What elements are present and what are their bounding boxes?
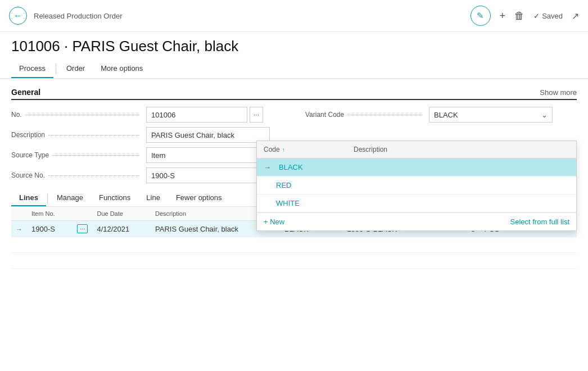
- table-row-empty-2: [11, 253, 577, 269]
- variant-code-field: BLACK ⌄: [429, 105, 577, 125]
- chevron-down-icon: ⌄: [541, 111, 548, 119]
- dropdown-col-description: Description: [354, 146, 569, 153]
- source-no-label: Source No.: [11, 165, 146, 186]
- no-more-button[interactable]: ···: [250, 107, 263, 123]
- row-menu-cell: ···: [73, 221, 92, 237]
- select-from-full-list-link[interactable]: Select from full list: [510, 218, 569, 226]
- no-input[interactable]: [146, 107, 247, 123]
- dropdown-row-white[interactable]: WHITE: [257, 194, 576, 212]
- tab-order[interactable]: Order: [58, 60, 93, 78]
- back-button[interactable]: ←: [9, 7, 27, 25]
- general-section-header: General Show more: [11, 88, 577, 100]
- add-button[interactable]: +: [500, 10, 506, 22]
- sort-asc-icon: ↑: [282, 147, 285, 153]
- top-actions: ✎ + 🗑 ✓ Saved ↗: [471, 6, 579, 26]
- no-field: ···: [146, 105, 294, 125]
- description-input[interactable]: [146, 127, 270, 143]
- check-icon: ✓: [533, 12, 540, 20]
- row-arrow-icon: →: [16, 225, 22, 233]
- variant-code-dropdown[interactable]: BLACK ⌄: [429, 107, 553, 123]
- general-section-title: General: [11, 88, 40, 97]
- tab-line[interactable]: Line: [138, 190, 168, 206]
- col-arrow: [11, 207, 27, 221]
- show-more-link[interactable]: Show more: [540, 88, 577, 97]
- new-button[interactable]: + New: [264, 218, 284, 226]
- dropdown-footer: + New Select from full list: [257, 212, 576, 230]
- row-due-date: 4/12/2021: [92, 221, 151, 237]
- open-in-new-icon[interactable]: ↗: [572, 11, 579, 21]
- variant-code-label: Variant Code: [294, 105, 429, 125]
- delete-button[interactable]: 🗑: [514, 10, 524, 22]
- tab-fewer-options[interactable]: Fewer options: [168, 190, 230, 206]
- no-label: No.: [11, 105, 146, 125]
- dropdown-header: Code ↑ Description: [257, 141, 576, 159]
- dropdown-row-red[interactable]: RED: [257, 177, 576, 194]
- top-bar: ← Released Production Order ✎ + 🗑 ✓ Save…: [0, 0, 588, 32]
- col-item-no: Item No.: [27, 207, 73, 221]
- lines-divider-1: [47, 193, 48, 203]
- tab-functions[interactable]: Functions: [91, 190, 138, 206]
- dropdown-row-code-red: RED: [264, 181, 354, 189]
- dropdown-row-code-white: WHITE: [264, 199, 354, 207]
- source-type-label: Source Type: [11, 145, 146, 165]
- main-nav-tabs: Process Order More options: [0, 55, 588, 79]
- tab-lines[interactable]: Lines: [11, 190, 46, 206]
- source-no-input[interactable]: [146, 168, 270, 183]
- tab-more-options[interactable]: More options: [93, 60, 151, 78]
- saved-label: ✓ Saved: [533, 12, 563, 20]
- row-arrow-cell: →: [11, 221, 27, 237]
- source-type-input[interactable]: [146, 147, 270, 163]
- page-title: 101006 · PARIS Guest Chair, black: [11, 38, 577, 55]
- edit-button[interactable]: ✎: [471, 6, 491, 26]
- page-title-section: 101006 · PARIS Guest Chair, black: [0, 32, 588, 55]
- nav-divider-1: [56, 64, 56, 74]
- dropdown-row-black[interactable]: → BLACK: [257, 159, 576, 177]
- dropdown-row-code-black: → BLACK: [264, 163, 354, 171]
- row-item-no: 1900-S: [27, 221, 73, 237]
- dropdown-col-code: Code ↑: [264, 146, 354, 153]
- col-due-date: Due Date: [92, 207, 151, 221]
- selected-arrow-icon: →: [264, 163, 271, 171]
- variant-code-dropdown-popup: Code ↑ Description → BLACK RED WHITE + N…: [256, 141, 577, 231]
- page-type-label: Released Production Order: [34, 12, 464, 20]
- tab-manage[interactable]: Manage: [49, 190, 91, 206]
- tab-process[interactable]: Process: [11, 60, 53, 78]
- description-label: Description: [11, 125, 146, 145]
- table-row-empty-1: [11, 237, 577, 253]
- row-menu-button[interactable]: ···: [77, 224, 88, 233]
- col-menu: [73, 207, 92, 221]
